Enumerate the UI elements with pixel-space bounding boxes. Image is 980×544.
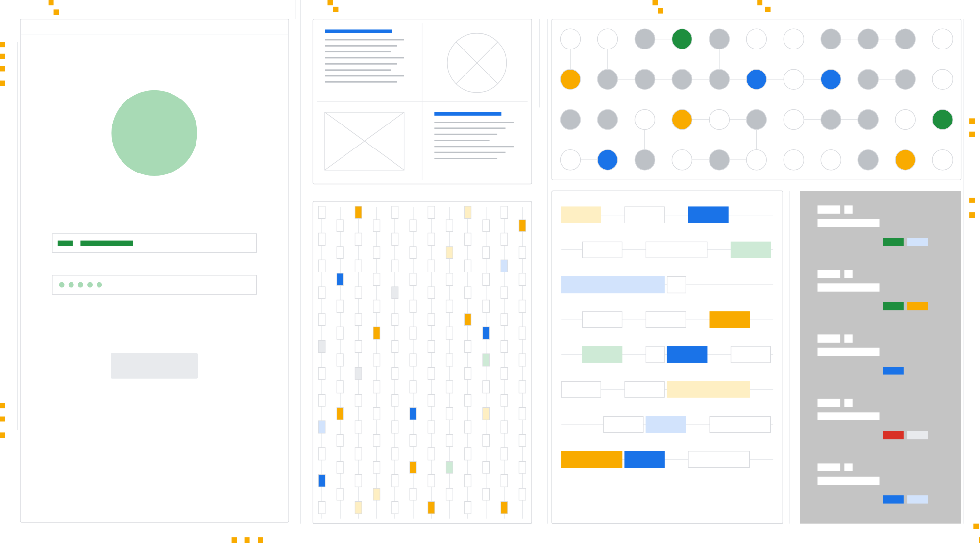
svg-point-127 (560, 150, 580, 170)
node[interactable] (895, 29, 915, 49)
gantt-bar[interactable] (667, 346, 707, 363)
node[interactable] (932, 150, 953, 170)
node[interactable] (672, 150, 692, 170)
node[interactable] (746, 109, 766, 129)
node[interactable] (709, 29, 729, 49)
node[interactable] (858, 69, 878, 89)
node[interactable] (597, 150, 617, 170)
gantt-bar[interactable] (625, 451, 664, 468)
resistor (318, 448, 325, 460)
svg-rect-182 (446, 273, 453, 286)
gantt-bar[interactable] (646, 346, 664, 363)
node[interactable] (560, 29, 580, 49)
username-field[interactable] (52, 234, 256, 252)
node[interactable] (932, 69, 953, 89)
gantt-bar[interactable] (561, 381, 601, 397)
node[interactable] (746, 29, 766, 49)
resistor (337, 273, 343, 286)
node[interactable] (784, 150, 804, 170)
node[interactable] (709, 150, 729, 170)
gantt-bar[interactable] (710, 312, 749, 328)
gantt-bar[interactable] (625, 381, 664, 397)
resistor (483, 408, 490, 420)
node[interactable] (858, 29, 878, 49)
svg-rect-282 (519, 488, 526, 500)
gantt-bar[interactable] (561, 451, 622, 468)
node[interactable] (821, 150, 841, 170)
svg-point-125 (895, 109, 915, 129)
resistor (410, 327, 416, 339)
node-grid-card (552, 19, 961, 180)
resistor (355, 206, 362, 219)
gantt-bar[interactable] (710, 417, 770, 433)
node[interactable] (672, 109, 692, 129)
node[interactable] (821, 109, 841, 129)
gantt-bar[interactable] (667, 381, 750, 397)
node[interactable] (895, 150, 915, 170)
node[interactable] (895, 69, 915, 89)
svg-rect-248 (337, 435, 343, 447)
svg-rect-263 (392, 448, 398, 460)
svg-rect-53 (325, 63, 397, 65)
gantt-bar[interactable] (688, 451, 749, 468)
node[interactable] (597, 109, 617, 129)
legend-tag[interactable] (883, 495, 904, 503)
svg-rect-178 (373, 273, 380, 286)
node[interactable] (932, 29, 953, 49)
gantt-bar[interactable] (561, 277, 664, 293)
svg-rect-292 (625, 207, 664, 223)
resistor (428, 368, 435, 380)
node[interactable] (932, 109, 953, 129)
gantt-bar[interactable] (731, 242, 771, 258)
node[interactable] (784, 29, 804, 49)
node[interactable] (560, 150, 580, 170)
gantt-bar[interactable] (561, 207, 601, 223)
gantt-bar[interactable] (646, 312, 686, 328)
gantt-bar[interactable] (646, 417, 686, 433)
node[interactable] (597, 29, 617, 49)
node[interactable] (597, 69, 617, 89)
gantt-bar[interactable] (731, 346, 771, 363)
node[interactable] (672, 29, 692, 49)
gantt-bar[interactable] (667, 277, 686, 293)
legend-tag[interactable] (883, 367, 904, 374)
gantt-bar[interactable] (688, 207, 728, 223)
gantt-bar[interactable] (646, 242, 707, 258)
node[interactable] (821, 69, 841, 89)
legend-tag[interactable] (883, 431, 904, 439)
node[interactable] (895, 109, 915, 129)
gantt-bar[interactable] (604, 417, 643, 433)
node[interactable] (635, 150, 655, 170)
node[interactable] (709, 69, 729, 89)
node[interactable] (560, 69, 580, 89)
submit-button[interactable] (111, 353, 198, 379)
node[interactable] (560, 109, 580, 129)
gantt-bar[interactable] (582, 346, 622, 363)
svg-point-121 (746, 109, 766, 129)
svg-rect-28 (969, 118, 975, 124)
svg-rect-218 (446, 354, 453, 366)
gantt-bar[interactable] (582, 242, 622, 258)
node[interactable] (858, 150, 878, 170)
node[interactable] (784, 109, 804, 129)
node[interactable] (821, 29, 841, 49)
resistor (337, 381, 343, 393)
node[interactable] (709, 109, 729, 129)
node[interactable] (635, 29, 655, 49)
node[interactable] (784, 69, 804, 89)
resistor (501, 394, 508, 406)
node[interactable] (746, 69, 766, 89)
password-field[interactable] (52, 275, 256, 294)
legend-tag[interactable] (883, 238, 904, 246)
node[interactable] (635, 69, 655, 89)
svg-rect-24 (0, 432, 5, 438)
node[interactable] (635, 109, 655, 129)
svg-rect-216 (410, 354, 416, 366)
gantt-bar[interactable] (625, 207, 664, 223)
legend-tag[interactable] (883, 302, 904, 310)
svg-rect-285 (392, 501, 398, 514)
node[interactable] (746, 150, 766, 170)
gantt-bar[interactable] (582, 312, 622, 328)
node[interactable] (858, 109, 878, 129)
node[interactable] (672, 69, 692, 89)
